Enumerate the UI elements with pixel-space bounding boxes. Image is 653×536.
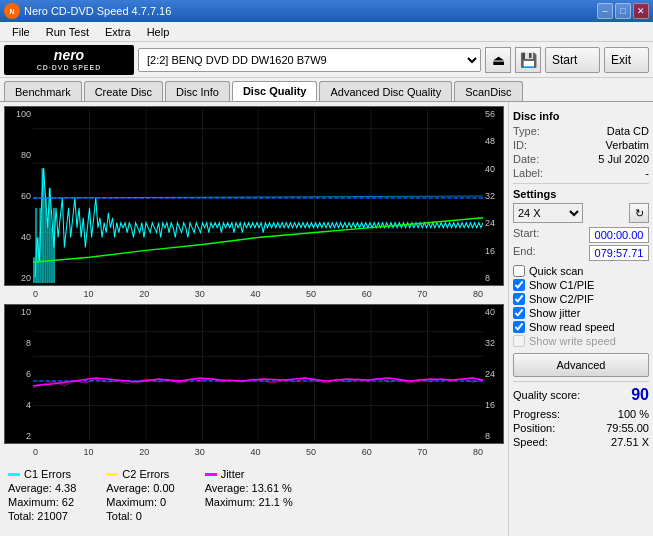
c1-avg: 4.38 [55, 482, 76, 494]
show-read-speed-checkbox[interactable] [513, 321, 525, 333]
c2-total: 0 [136, 510, 142, 522]
y-axis-right-top: 5648403224168 [483, 107, 503, 285]
maximize-button[interactable]: □ [615, 3, 631, 19]
svg-rect-20 [51, 228, 53, 283]
menu-help[interactable]: Help [139, 24, 178, 40]
disc-label-value: - [645, 167, 649, 179]
svg-rect-14 [37, 238, 39, 283]
jitter-label: Jitter [221, 468, 245, 480]
speed-label: Speed: [513, 436, 548, 448]
x-axis-bottom: 01020304050607080 [33, 447, 483, 457]
svg-rect-12 [33, 257, 35, 283]
menu-runtest[interactable]: Run Test [38, 24, 97, 40]
svg-rect-16 [41, 168, 44, 283]
eject-button[interactable]: ⏏ [485, 47, 511, 73]
svg-rect-18 [47, 218, 49, 283]
quality-score-value: 90 [631, 386, 649, 404]
speed-select[interactable]: 24 X 8 X 16 X 32 X Max [513, 203, 583, 223]
close-button[interactable]: ✕ [633, 3, 649, 19]
settings-header: Settings [513, 188, 649, 200]
show-c1-pie-label: Show C1/PIE [529, 279, 594, 291]
start-button[interactable]: Start [545, 47, 600, 73]
avg-label: Average: [8, 482, 52, 494]
menu-file[interactable]: File [4, 24, 38, 40]
progress-label: Progress: [513, 408, 560, 420]
toolbar: nero CD·DVD SPEED [2:2] BENQ DVD DD DW16… [0, 42, 653, 78]
c2-avg: 0.00 [153, 482, 174, 494]
svg-rect-17 [45, 198, 47, 283]
jitter-max: 21.1 % [258, 496, 292, 508]
start-time-value[interactable]: 000:00.00 [589, 227, 649, 243]
refresh-icon[interactable]: ↻ [629, 203, 649, 223]
c1-label: C1 Errors [24, 468, 71, 480]
c1-stats: C1 Errors Average: 4.38 Maximum: 62 Tota… [8, 468, 76, 522]
advanced-button[interactable]: Advanced [513, 353, 649, 377]
tab-disc-info[interactable]: Disc Info [165, 81, 230, 101]
save-button[interactable]: 💾 [515, 47, 541, 73]
id-value: Verbatim [606, 139, 649, 151]
chart-area: 10080604020 5648403224168 [0, 102, 508, 536]
show-c1-pie-checkbox[interactable] [513, 279, 525, 291]
progress-value: 100 % [618, 408, 649, 420]
date-value: 5 Jul 2020 [598, 153, 649, 165]
svg-rect-13 [35, 208, 37, 283]
c2-color-indicator [106, 473, 118, 476]
quick-scan-label: Quick scan [529, 265, 583, 277]
y-axis-left-top: 10080604020 [5, 107, 33, 285]
tab-advanced-disc-quality[interactable]: Advanced Disc Quality [319, 81, 452, 101]
c1-color-indicator [8, 473, 20, 476]
jitter-avg: 13.61 % [252, 482, 292, 494]
type-label: Type: [513, 125, 540, 137]
show-c2-pif-checkbox[interactable] [513, 293, 525, 305]
show-write-speed-label: Show write speed [529, 335, 616, 347]
y-axis-left-bottom: 108642 [5, 305, 33, 443]
tab-scandisc[interactable]: ScanDisc [454, 81, 522, 101]
total-label: Total: [8, 510, 34, 522]
tab-disc-quality[interactable]: Disc Quality [232, 81, 318, 101]
show-jitter-checkbox[interactable] [513, 307, 525, 319]
tabs: Benchmark Create Disc Disc Info Disc Qua… [0, 78, 653, 102]
disc-label-label: Label: [513, 167, 543, 179]
show-write-speed-checkbox[interactable] [513, 335, 525, 347]
menubar: File Run Test Extra Help [0, 22, 653, 42]
minimize-button[interactable]: – [597, 3, 613, 19]
jitter-max-label: Maximum: [205, 496, 256, 508]
y-axis-right-bottom: 403224168 [483, 305, 503, 443]
exit-button[interactable]: Exit [604, 47, 649, 73]
jitter-avg-label: Average: [205, 482, 249, 494]
date-label: Date: [513, 153, 539, 165]
end-time-value[interactable]: 079:57.71 [589, 245, 649, 261]
jitter-chart: 108642 403224168 [4, 304, 504, 444]
position-label: Position: [513, 422, 555, 434]
disc-info-header: Disc info [513, 110, 649, 122]
tab-create-disc[interactable]: Create Disc [84, 81, 163, 101]
c1-total: 21007 [37, 510, 68, 522]
show-jitter-label: Show jitter [529, 307, 580, 319]
c2-stats: C2 Errors Average: 0.00 Maximum: 0 Total… [106, 468, 174, 522]
jitter-stats: Jitter Average: 13.61 % Maximum: 21.1 % [205, 468, 293, 522]
app-icon: N [4, 3, 20, 19]
c2-max-label: Maximum: [106, 496, 157, 508]
svg-rect-21 [53, 208, 55, 283]
titlebar: N Nero CD-DVD Speed 4.7.7.16 – □ ✕ [0, 0, 653, 22]
c1-errors-chart: 10080604020 5648403224168 [4, 106, 504, 286]
window-controls[interactable]: – □ ✕ [597, 3, 649, 19]
c2-total-label: Total: [106, 510, 132, 522]
quick-scan-checkbox[interactable] [513, 265, 525, 277]
main-content: 10080604020 5648403224168 [0, 102, 653, 536]
show-read-speed-label: Show read speed [529, 321, 615, 333]
svg-rect-15 [39, 208, 41, 283]
quality-score-label: Quality score: [513, 389, 580, 401]
tab-benchmark[interactable]: Benchmark [4, 81, 82, 101]
menu-extra[interactable]: Extra [97, 24, 139, 40]
max-label: Maximum: [8, 496, 59, 508]
c1-max: 62 [62, 496, 74, 508]
stats-bar: C1 Errors Average: 4.38 Maximum: 62 Tota… [4, 464, 504, 526]
position-value: 79:55.00 [606, 422, 649, 434]
c2-max: 0 [160, 496, 166, 508]
drive-select[interactable]: [2:2] BENQ DVD DD DW1620 B7W9 [138, 48, 481, 72]
speed-value: 27.51 X [611, 436, 649, 448]
jitter-color-indicator [205, 473, 217, 476]
c2-label: C2 Errors [122, 468, 169, 480]
titlebar-title: Nero CD-DVD Speed 4.7.7.16 [24, 5, 171, 17]
